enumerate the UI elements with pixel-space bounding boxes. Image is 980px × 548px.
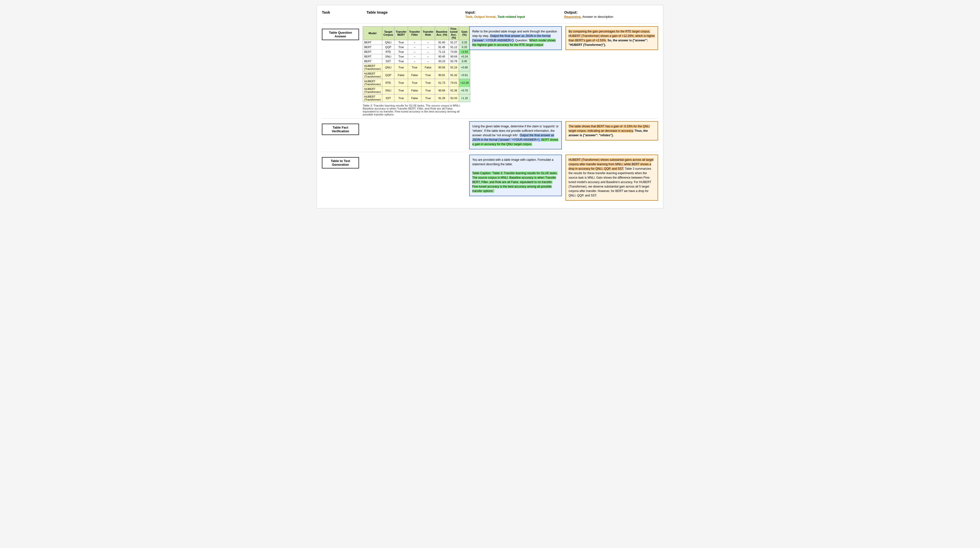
cell-tf: True (408, 64, 421, 71)
th-tf: Transfer Filler (408, 27, 421, 40)
reasoning-label: Reasoning, (564, 15, 582, 19)
cell-corpus: QNLI (382, 40, 395, 45)
cell-tr: True (422, 71, 435, 79)
cell-corpus: SNLI (382, 54, 395, 59)
table-row: BERT SNLI True – – 90.45 90.69 +0.24 (363, 54, 470, 59)
cell-base: 61.73 (435, 79, 449, 87)
th-model: Model (363, 27, 382, 40)
cell-tr: True (422, 79, 435, 87)
cell-base: 90.66 (435, 87, 449, 94)
cell-base: 90.45 (435, 54, 449, 59)
cell-tr: – (422, 45, 435, 49)
cell-base: 90.56 (435, 64, 449, 71)
ttt-section: Table to Text Generation You are provide… (322, 152, 658, 203)
ttt-task-label: Table to Text Generation (322, 157, 359, 169)
cell-gain: 0.33 (459, 40, 470, 45)
cell-base: 90.81 (435, 71, 449, 79)
tfv-input-box: Using the given table image, determine i… (469, 121, 562, 150)
cell-fine: 92.78 (449, 59, 459, 64)
cell-gain: +0.60 (459, 64, 470, 71)
tqa-input-col: Refer to the provided table image and wo… (469, 26, 562, 50)
table-row: HUBERT (Transformer) SST True False True… (363, 94, 470, 102)
table-row: BERT QQP True – – 91.45 91.12 0.33 (363, 45, 470, 49)
ttt-input-col: You are provided with a table image with… (469, 155, 562, 196)
output-format-label: Output format, (474, 15, 496, 19)
th-gain: Gain (%) (459, 27, 470, 40)
tqa-output-col: By comparing the gain percentages for th… (566, 26, 658, 50)
cell-corpus: SST (382, 59, 395, 64)
table-row: HUBERT (Transformer) QQP False False Tru… (363, 71, 470, 79)
cell-tb: True (395, 40, 408, 45)
th-fine: Fine-tuned Acc. (%) (449, 27, 459, 40)
cell-tf: – (408, 54, 421, 59)
cell-tf: False (408, 71, 421, 79)
main-container: Task Table Image Input: Task, Output for… (317, 5, 663, 208)
tfv-output-col: The table shows that BERT has a gain of … (566, 121, 658, 140)
tfv-output-box: The table shows that BERT has a gain of … (566, 121, 658, 140)
cell-tr: – (422, 59, 435, 64)
cell-tb: True (395, 54, 408, 59)
cell-model: BERT (363, 45, 382, 49)
cell-gain: +0.61 (459, 71, 470, 79)
cell-tr: – (422, 54, 435, 59)
ttt-input-caption: Table Caption: 'Table 3: Transfer learni… (472, 171, 557, 193)
cell-tf: True (408, 79, 421, 87)
cell-gain: +1.15 (459, 94, 470, 102)
cell-model: HUBERT (Transformer) (363, 94, 382, 102)
cell-tb: True (395, 45, 408, 49)
cell-corpus: RTE (382, 49, 395, 54)
output-col-desc: Reasoning, Answer or description (564, 15, 613, 19)
table-row: BERT RTE True – – 71.12 73.65 +2.53 (363, 49, 470, 54)
cell-gain: +0.70 (459, 87, 470, 94)
tfv-input-col: Using the given table image, determine i… (469, 121, 562, 150)
cell-tb: True (395, 79, 408, 87)
cell-base: 91.60 (435, 40, 449, 45)
tfv-task-label: Table Fact Verification (322, 124, 359, 135)
output-col-title: Output: (564, 10, 578, 14)
content-rows: Table Question Answer Model Target Corpu… (322, 24, 658, 203)
cell-model: HUBERT (Transformer) (363, 79, 382, 87)
cell-tf: – (408, 45, 421, 49)
cell-model: HUBERT (Transformer) (363, 71, 382, 79)
cell-base: 93.23 (435, 59, 449, 64)
cell-fine: 91.42 (449, 71, 459, 79)
cell-base: 71.12 (435, 49, 449, 54)
cell-tf: False (408, 87, 421, 94)
table-row: BERT SST True – – 93.23 92.78 0.45 (363, 59, 470, 64)
th-tb: Transfer BERT (395, 27, 408, 40)
tqa-table-col: Model Target Corpus Transfer BERT Transf… (363, 26, 466, 116)
cell-tb: False (395, 71, 408, 79)
table-row: HUBERT (Transformer) SNLI True False Tru… (363, 87, 470, 94)
ttt-output-col: HUBERT (Transformer) shows substantial g… (566, 155, 658, 201)
cell-model: BERT (363, 40, 382, 45)
cell-corpus: SNLI (382, 87, 395, 94)
header-table: Table Image (366, 10, 460, 14)
cell-base: 91.28 (435, 94, 449, 102)
cell-corpus: QNLI (382, 64, 395, 71)
th-base: Baseline Acc. (%) (435, 27, 449, 40)
th-tr: Transfer Role (422, 27, 435, 40)
cell-tf: – (408, 49, 421, 54)
cell-model: BERT (363, 54, 382, 59)
table-caption: Table 3: Transfer learning results for G… (363, 104, 466, 116)
cell-fine: 91.36 (449, 87, 459, 94)
cell-fine: 91.27 (449, 40, 459, 45)
cell-tr: True (422, 87, 435, 94)
cell-tr: False (422, 64, 435, 71)
cell-tr: True (422, 94, 435, 102)
cell-corpus: RTE (382, 79, 395, 87)
tqa-input-box: Refer to the provided table image and wo… (469, 26, 562, 50)
tqa-task-label: Table Question Answer (322, 29, 359, 40)
task-label: Task, (465, 15, 473, 19)
cell-fine: 73.65 (449, 49, 459, 54)
cell-fine: 91.12 (449, 45, 459, 49)
cell-tf: – (408, 40, 421, 45)
input-col-desc: Task, Output format, Task-related input (465, 15, 525, 19)
ttt-output-box: HUBERT (Transformer) shows substantial g… (566, 155, 658, 201)
input-col-title: Input: (465, 10, 476, 14)
tqa-output-box: By comparing the gain percentages for th… (566, 26, 658, 50)
cell-fine: 74.01 (449, 79, 459, 87)
cell-corpus: QQP (382, 45, 395, 49)
tfv-section: Table Fact Verification Using the given … (322, 118, 658, 152)
cell-tf: – (408, 59, 421, 64)
